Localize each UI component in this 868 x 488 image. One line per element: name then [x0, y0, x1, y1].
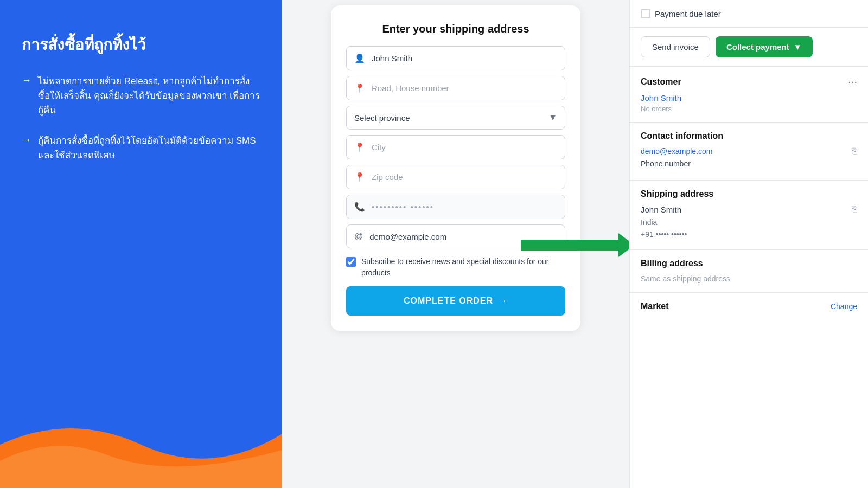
billing-section-header: Billing address	[641, 259, 857, 268]
copy-email-icon[interactable]: ⎘	[852, 146, 857, 156]
left-panel-item-1: → ไม่พลาดการขายด้วย Releasit, หากลูกค้าไ…	[22, 74, 260, 118]
person-icon: 👤	[354, 53, 365, 63]
phone-input[interactable]	[372, 202, 557, 211]
shipping-section-title: Shipping address	[641, 189, 713, 199]
contact-email-row: demo@example.com ⎘	[641, 146, 857, 156]
subscribe-label[interactable]: Subscribe to receive news and special di…	[361, 256, 565, 279]
collect-payment-button[interactable]: Collect payment ▼	[716, 36, 813, 57]
arrow-body	[521, 240, 618, 251]
zip-location-icon: 📍	[354, 172, 365, 182]
billing-same-value: Same as shipping address	[641, 274, 730, 283]
shipping-name-value: John Smith	[641, 205, 681, 214]
form-card: Enter your shipping address 👤 📍 Select p…	[331, 5, 580, 331]
phone-field: 📞	[346, 195, 565, 219]
billing-section-title: Billing address	[641, 259, 703, 268]
complete-order-arrow-icon: →	[499, 296, 508, 306]
contact-email-value: demo@example.com	[641, 147, 713, 156]
zip-field: 📍	[346, 165, 565, 189]
market-change-link[interactable]: Change	[831, 302, 857, 311]
left-panel-text-1: ไม่พลาดการขายด้วย Releasit, หากลูกค้าไม่…	[38, 74, 260, 118]
city-location-icon: 📍	[354, 142, 365, 152]
orange-wave	[0, 380, 282, 488]
right-panel: Payment due later Send invoice Collect p…	[629, 0, 868, 488]
payment-due-row: Payment due later	[630, 0, 868, 28]
left-panel-title: การสั่งซื้อที่ถูกทิ้งไว้	[22, 33, 260, 56]
chevron-down-icon: ▼	[548, 113, 557, 123]
market-label: Market	[641, 301, 669, 311]
arrow-icon-2: →	[22, 134, 31, 146]
actions-row: Send invoice Collect payment ▼	[630, 28, 868, 67]
contact-phone-row: Phone number	[641, 159, 857, 168]
contact-phone-value: Phone number	[641, 159, 691, 168]
zip-input[interactable]	[372, 172, 557, 182]
payment-due-checkbox[interactable]	[641, 9, 650, 18]
contact-section: Contact information demo@example.com ⎘ P…	[630, 123, 868, 181]
at-icon: @	[354, 232, 363, 241]
contact-section-title: Contact information	[641, 131, 723, 141]
customer-more-button[interactable]: ···	[848, 75, 857, 88]
name-input[interactable]	[372, 54, 557, 63]
city-field: 📍	[346, 135, 565, 159]
city-input[interactable]	[372, 143, 557, 152]
left-panel-text-2: กู้คืนการสั่งซื้อที่ถูกทิ้งไว้โดยอัตโนมั…	[38, 133, 260, 163]
left-panel-item-2: → กู้คืนการสั่งซื้อที่ถูกทิ้งไว้โดยอัตโน…	[22, 133, 260, 163]
contact-section-header: Contact information	[641, 131, 857, 141]
shipping-country: India	[641, 216, 857, 228]
name-field: 👤	[346, 46, 565, 70]
form-title: Enter your shipping address	[346, 23, 565, 35]
shipping-name-row: John Smith ⎘	[641, 204, 857, 214]
collect-chevron-icon: ▼	[794, 42, 802, 52]
customer-orders-status: No orders	[641, 105, 672, 113]
arrow-head	[618, 233, 629, 257]
subscribe-checkbox[interactable]	[346, 257, 356, 267]
payment-due-label: Payment due later	[655, 9, 721, 18]
complete-order-label: COMPLETE ORDER	[404, 296, 493, 306]
phone-icon: 📞	[354, 202, 365, 212]
collect-payment-label: Collect payment	[726, 42, 789, 52]
address-input[interactable]	[372, 84, 557, 93]
complete-order-button[interactable]: COMPLETE ORDER →	[346, 286, 565, 316]
shipping-section: Shipping address John Smith ⎘ India +91 …	[630, 181, 868, 250]
arrow-icon-1: →	[22, 75, 31, 86]
address-field: 📍	[346, 76, 565, 100]
copy-shipping-icon[interactable]: ⎘	[852, 204, 857, 214]
location-icon: 📍	[354, 83, 365, 93]
customer-section: Customer ··· John Smith No orders	[630, 67, 868, 123]
left-panel: การสั่งซื้อที่ถูกทิ้งไว้ → ไม่พลาดการขาย…	[0, 0, 282, 488]
send-invoice-button[interactable]: Send invoice	[641, 36, 710, 57]
center-panel: Enter your shipping address 👤 📍 Select p…	[282, 0, 629, 488]
province-field[interactable]: Select province ▼	[346, 106, 565, 130]
shipping-section-header: Shipping address	[641, 189, 857, 199]
market-row: Market Change	[630, 293, 868, 320]
customer-section-header: Customer ···	[641, 75, 857, 88]
province-select[interactable]: Select province	[354, 113, 548, 123]
billing-section: Billing address Same as shipping address	[630, 250, 868, 293]
green-arrow-overlay	[521, 233, 629, 257]
customer-section-title: Customer	[641, 77, 681, 87]
shipping-phone: +91 ••••• ••••••	[641, 228, 857, 240]
subscribe-row: Subscribe to receive news and special di…	[346, 256, 565, 279]
customer-name-link[interactable]: John Smith	[641, 93, 857, 102]
